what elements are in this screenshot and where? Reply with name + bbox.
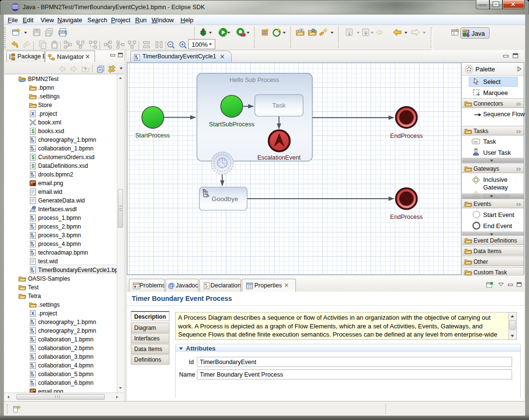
svg-text:StartSubProcess: StartSubProcess [209,121,254,128]
svg-text:Task: Task [473,141,478,143]
svg-text:EndProcess: EndProcess [390,214,422,220]
svg-text:S: S [31,129,35,134]
svg-text:EndProcess: EndProcess [390,133,422,139]
svg-text:X: X [31,111,35,117]
svg-text:J: J [467,29,470,35]
svg-text:X: X [31,311,35,316]
svg-text:Task: Task [272,102,286,109]
svg-text:Hello Sub Process: Hello Sub Process [230,77,279,83]
svg-text:StartProcess: StartProcess [135,132,170,139]
svg-text:A: A [300,29,303,32]
svg-text:EscalationEvent: EscalationEvent [257,154,301,161]
svg-text:Goodbye: Goodbye [212,195,238,203]
svg-text:S: S [31,155,35,160]
svg-text:S: S [31,163,35,169]
